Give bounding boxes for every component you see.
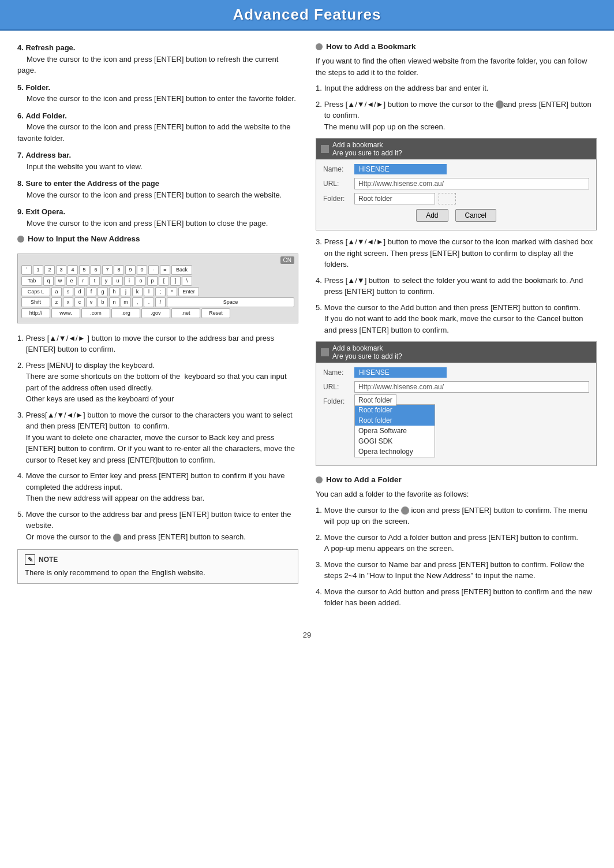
input-step-2: 2. Press [MENU] to display the keyboard.… xyxy=(17,360,298,405)
dialog-url-value: Http://www.hisense.com.au/ xyxy=(354,178,589,189)
bookmark-dialog-1: Add a bookmark Are you sure to add it? N… xyxy=(316,138,597,230)
input-step-3: 3. Press[▲/▼/◄/►] button to move the cur… xyxy=(17,409,298,466)
folder-step-2: 2. Move the cursor to Add a folder butto… xyxy=(316,532,597,554)
main-content: 4. Refresh page. Move the cursor to the … xyxy=(0,31,614,625)
items-list: 4. Refresh page. Move the cursor to the … xyxy=(17,42,298,229)
dialog-name-field: Name: HISENSE xyxy=(323,164,589,174)
input-steps-list: 1. Press [▲/▼/◄/► ] button to move the c… xyxy=(17,333,298,543)
folder-option-0[interactable]: Root folder xyxy=(355,405,435,415)
dialog-header-icon xyxy=(321,145,329,153)
keyboard-row-3: Caps L a s d f g h j k l ; * Enter xyxy=(21,287,294,297)
folder-dropdown: Root folder Root folder Root folder Oper… xyxy=(354,396,435,457)
folder-option-1[interactable]: Opera Software xyxy=(355,426,435,436)
note-title: ✎ NOTE xyxy=(25,554,291,565)
dialog-folder-value: Root folder xyxy=(354,193,435,204)
keyboard-diagram: CN ` 1 2 3 4 5 6 7 8 9 0 - = Back Tab xyxy=(17,254,298,323)
input-step-4: 4. Move the cursor to Enter key and pres… xyxy=(17,470,298,504)
dialog-folder-field-2: Folder: Root folder Root folder Root fol… xyxy=(323,396,589,457)
note-box: ✎ NOTE There is only recommend to open t… xyxy=(17,549,298,584)
how-to-input-title: How to Input the New Address xyxy=(17,234,298,243)
folder-icon-inline xyxy=(401,506,409,515)
dialog-url-field-2: URL: Http://www.hisense.com.au/ xyxy=(323,381,589,393)
bookmark-step-2: 2. Press [▲/▼/◄/►] button to move the cu… xyxy=(316,99,597,133)
bookmark-step-1: 1. Input the address on the address bar … xyxy=(316,83,597,94)
dialog-buttons-1: Add Cancel xyxy=(323,209,589,225)
left-column: 4. Refresh page. Move the cursor to the … xyxy=(17,42,298,613)
dialog-url-value-2: Http://www.hisense.com.au/ xyxy=(354,381,589,393)
dialog-name-field-2: Name: HISENSE xyxy=(323,367,589,378)
bookmark-step-3: 3. Press [▲/▼/◄/►] button to move the cu… xyxy=(316,236,597,270)
page-title: Advanced Features xyxy=(0,6,614,24)
dialog-body-2: Name: HISENSE URL: Http://www.hisense.co… xyxy=(316,363,596,465)
section-dot-folder xyxy=(316,476,323,483)
menu-icon-inline xyxy=(496,100,504,109)
folder-step-3: 3. Move the cursor to Name bar and press… xyxy=(316,559,597,582)
input-step-1: 1. Press [▲/▼/◄/► ] button to move the c… xyxy=(17,333,298,355)
list-item: 7. Address bar. Input the website you wa… xyxy=(17,150,298,172)
folder-option-2[interactable]: GOGI SDK xyxy=(355,436,435,446)
bookmark-steps: 1. Input the address on the address bar … xyxy=(316,83,597,132)
section-dot-right xyxy=(316,43,323,50)
keyboard-row-5: http:// www. .com .org .gov .net Reset xyxy=(21,308,294,318)
dialog-body-1: Name: HISENSE URL: Http://www.hisense.co… xyxy=(316,159,596,230)
folder-intro: You can add a folder to the favorite as … xyxy=(316,489,597,500)
how-to-bookmark-title: How to Add a Bookmark xyxy=(316,42,597,51)
dialog-name-value: HISENSE xyxy=(354,164,447,174)
keyboard-row-1: ` 1 2 3 4 5 6 7 8 9 0 - = Back xyxy=(21,265,294,275)
folder-dropdown-list: Root folder Root folder Opera Software G… xyxy=(354,404,435,457)
section-dot xyxy=(17,236,24,243)
dialog-add-button[interactable]: Add xyxy=(416,209,448,222)
list-item: 8. Sure to enter the Address of the page… xyxy=(17,178,298,200)
bookmark-step-4: 4. Press [▲/▼] button to select the fold… xyxy=(316,275,597,297)
dialog-name-value-2: HISENSE xyxy=(354,367,447,378)
folder-option-3[interactable]: Opera technology xyxy=(355,446,435,457)
folder-step-4: 4. Move the cursor to Add button and pre… xyxy=(316,586,597,609)
list-item: 6. Add Folder. Move the cursor to the ic… xyxy=(17,110,298,144)
bookmark-intro: If you want to find the often viewed web… xyxy=(316,55,597,78)
dialog-folder-value-2: Root folder xyxy=(354,394,396,406)
how-to-folder-section: How to Add a Folder You can add a folder… xyxy=(316,475,597,609)
dialog-header-icon-2 xyxy=(321,348,329,356)
list-item: 5. Folder. Move the cursor to the icon a… xyxy=(17,82,298,105)
folder-step-1: 1. Move the cursor to the icon and press… xyxy=(316,505,597,527)
note-text: There is only recommend to open the Engl… xyxy=(25,567,291,579)
folder-option-0b[interactable]: Root folder xyxy=(355,415,435,426)
list-item: 9. Exit Opera. Move the cursor to the ic… xyxy=(17,206,298,229)
search-icon-inline xyxy=(113,534,121,542)
page-number: 29 xyxy=(0,625,614,651)
note-icon: ✎ xyxy=(25,554,35,565)
dialog-cancel-button[interactable]: Cancel xyxy=(455,209,496,222)
dialog-header-2: Add a bookmark Are you sure to add it? xyxy=(316,342,596,363)
dialog-url-field: URL: Http://www.hisense.com.au/ xyxy=(323,178,589,189)
dialog-header-1: Add a bookmark Are you sure to add it? xyxy=(316,139,596,159)
keyboard-row-4: Shift z x c v b n m , . / Space xyxy=(21,297,294,307)
page-header: Advanced Features xyxy=(0,0,614,31)
bookmark-dialog-2: Add a bookmark Are you sure to add it? N… xyxy=(316,341,597,466)
input-step-5: 5. Move the cursor to the address bar an… xyxy=(17,509,298,543)
how-to-folder-title: How to Add a Folder xyxy=(316,475,597,484)
list-item: 4. Refresh page. Move the cursor to the … xyxy=(17,42,298,76)
keyboard-row-2: Tab q w e r t y u i o p [ ] \ xyxy=(21,276,294,286)
bookmark-steps-2: 3. Press [▲/▼/◄/►] button to move the cu… xyxy=(316,236,597,336)
right-column: How to Add a Bookmark If you want to fin… xyxy=(316,42,597,613)
dialog-folder-dashed xyxy=(439,193,456,204)
bookmark-step-5: 5. Move the cursor to the Add button and… xyxy=(316,302,597,336)
keyboard-cn-label: CN xyxy=(280,256,294,264)
dialog-folder-field: Folder: Root folder xyxy=(323,193,589,204)
folder-steps: 1. Move the cursor to the icon and press… xyxy=(316,505,597,609)
